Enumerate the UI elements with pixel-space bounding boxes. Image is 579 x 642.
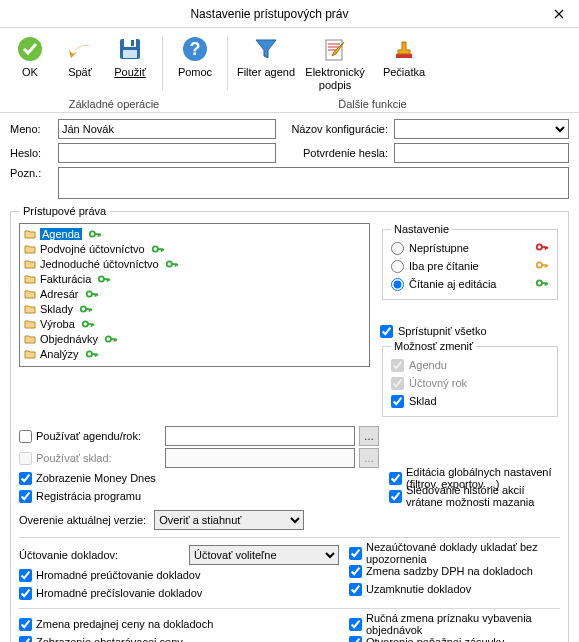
acct-select[interactable]: Účtovať voliteľne [189, 545, 339, 565]
bulk-reacct-check[interactable]: Hromadné preúčtovanie dokladov [19, 566, 339, 584]
svg-rect-4 [131, 40, 134, 46]
tree-item[interactable]: Jednoduché účtovníctvo [24, 256, 365, 271]
svg-point-9 [90, 231, 95, 236]
config-label: Názov konfigurácie: [276, 123, 394, 135]
svg-point-13 [86, 291, 91, 296]
tree-item[interactable]: Adresár [24, 286, 365, 301]
close-button[interactable] [539, 0, 579, 27]
ok-button[interactable]: OK [6, 32, 54, 94]
pen-doc-icon [298, 34, 372, 64]
tree-item[interactable]: Fakturácia [24, 271, 365, 286]
svg-rect-3 [123, 50, 137, 58]
svg-point-20 [537, 280, 542, 285]
svg-point-10 [152, 246, 157, 251]
save-icon [106, 34, 154, 64]
use-agenda-browse-button[interactable]: … [359, 426, 379, 446]
svg-point-19 [537, 262, 542, 267]
tree-item[interactable]: Podvojné účtovníctvo [24, 241, 365, 256]
change-agenda-check: Agendu [391, 356, 549, 374]
rights-fieldset: Prístupové práva AgendaPodvojné účtovníc… [10, 205, 569, 642]
stamp-icon [374, 34, 434, 64]
use-sklad-check [19, 452, 32, 465]
registration-check[interactable]: Registrácia programu [19, 487, 379, 505]
name-label: Meno: [10, 123, 58, 135]
use-button[interactable]: Použiť [106, 32, 154, 94]
tree-item[interactable]: Objednávky [24, 331, 365, 346]
sell-price-check[interactable]: Zmena predajnej ceny na dokladoch [19, 615, 339, 633]
rights-tree[interactable]: AgendaPodvojné účtovníctvoJednoduché účt… [19, 223, 370, 367]
help-icon: ? [171, 34, 219, 64]
radio-read[interactable]: Iba pre čítanie [391, 257, 549, 275]
svg-point-11 [166, 261, 171, 266]
tree-item[interactable]: Sklady [24, 301, 365, 316]
ribbon-toolbar: OK Späť Použiť ? Pomoc Filter agend [0, 28, 579, 113]
settings-fieldset: Nastavenie Neprístupne Iba pre čítanie Č… [382, 223, 558, 300]
change-year-check: Účtovný rok [391, 374, 549, 392]
use-agenda-input[interactable] [165, 426, 355, 446]
tree-item[interactable]: Analýzy [24, 346, 365, 361]
tree-item[interactable]: Výroba [24, 316, 365, 331]
manual-flag-check[interactable]: Ručná zmena príznaku vybavenia objednávo… [349, 615, 560, 633]
svg-point-17 [86, 351, 91, 356]
password-input[interactable] [58, 143, 276, 163]
name-input[interactable] [58, 119, 276, 139]
key-orange-icon [535, 258, 549, 274]
unposted-check[interactable]: Nezaúčtované doklady ukladať bez upozorn… [349, 544, 560, 562]
note-label: Pozn.: [10, 167, 58, 179]
config-select[interactable] [394, 119, 569, 139]
back-button[interactable]: Späť [56, 32, 104, 94]
use-agenda-check[interactable] [19, 430, 32, 443]
password2-label: Potvrdenie hesla: [276, 147, 394, 159]
svg-point-12 [99, 276, 104, 281]
svg-rect-8 [396, 54, 412, 58]
filter-button[interactable]: Filter agend [236, 32, 296, 94]
close-icon [554, 9, 564, 19]
back-arrow-icon [56, 34, 104, 64]
password2-input[interactable] [394, 143, 569, 163]
svg-rect-2 [124, 39, 136, 47]
svg-point-15 [83, 321, 88, 326]
window-title: Nastavenie prístupových práv [0, 7, 539, 21]
rights-legend: Prístupové práva [19, 205, 110, 217]
key-red-icon [535, 240, 549, 256]
titlebar: Nastavenie prístupových práv [0, 0, 579, 28]
note-textarea[interactable] [58, 167, 569, 199]
change-sklad-check[interactable]: Sklad [391, 392, 549, 410]
tree-item[interactable]: Agenda [24, 226, 365, 241]
form-area: Meno: Názov konfigurácie: Heslo: Potvrde… [0, 113, 579, 199]
bulk-renum-check[interactable]: Hromadné prečíslovanie dokladov [19, 584, 339, 602]
acq-price-check[interactable]: Zobrazenie obstarávacej ceny [19, 633, 339, 642]
password-label: Heslo: [10, 147, 58, 159]
use-sklad-browse-button[interactable]: … [359, 448, 379, 468]
epodpis-button[interactable]: Elektronickýpodpis [298, 32, 372, 94]
key-green-icon [535, 276, 549, 292]
verify-select[interactable]: Overiť a stiahnuť [154, 510, 304, 530]
svg-point-14 [81, 306, 86, 311]
vat-check[interactable]: Zmena sadzby DPH na dokladoch [349, 562, 560, 580]
share-all-check[interactable]: Sprístupniť všetko [380, 322, 560, 340]
ok-icon [6, 34, 54, 64]
history-check[interactable]: Sledovanie histórie akcií vrátane možnos… [389, 487, 560, 505]
radio-readwrite[interactable]: Čítanie aj editácia [391, 275, 549, 293]
svg-point-18 [537, 244, 542, 249]
help-button[interactable]: ? Pomoc [171, 32, 219, 94]
change-fieldset: Možnosť zmeniť Agendu Účtovný rok Sklad [382, 340, 558, 417]
svg-text:?: ? [190, 39, 201, 59]
radio-none[interactable]: Neprístupne [391, 239, 549, 257]
money-dnes-check[interactable]: Zobrazenie Money Dnes [19, 469, 379, 487]
ribbon-group-more: Ďalšie funkcie [172, 98, 573, 110]
svg-point-16 [106, 336, 111, 341]
use-sklad-input [165, 448, 355, 468]
lock-check[interactable]: Uzamknutie dokladov [349, 580, 560, 598]
stamp-button[interactable]: Pečiatka [374, 32, 434, 94]
funnel-icon [236, 34, 296, 64]
